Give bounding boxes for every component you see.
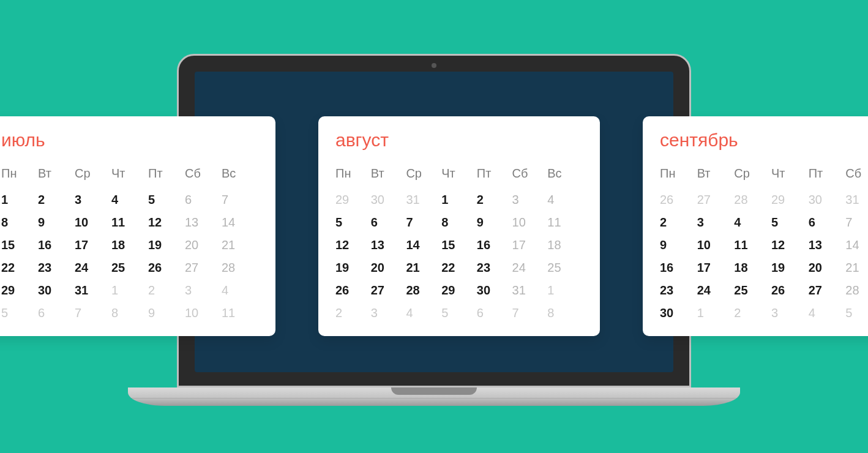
calendar-day[interactable]: 18 [111,236,148,255]
calendar-day[interactable]: 6 [38,304,75,323]
calendar-day[interactable]: 27 [697,190,735,209]
calendar-day[interactable]: 1 [441,190,477,209]
calendar-day[interactable]: 8 [111,304,148,323]
calendar-day[interactable]: 2 [477,190,512,209]
calendar-day[interactable]: 7 [406,213,441,232]
calendar-day[interactable]: 4 [734,213,771,232]
calendar-day[interactable]: 6 [371,213,406,232]
calendar-day[interactable]: 21 [845,258,868,277]
calendar-day[interactable]: 5 [335,213,371,232]
calendar-day[interactable]: 2 [38,190,75,209]
calendar-day[interactable]: 5 [441,304,477,323]
calendar-day[interactable]: 30 [477,281,512,300]
calendar-day[interactable]: 10 [185,304,222,323]
calendar-day[interactable]: 6 [185,190,222,209]
calendar-day[interactable]: 11 [222,304,258,323]
calendar-day[interactable]: 5 [148,190,185,209]
calendar-day[interactable]: 15 [1,236,38,255]
calendar-day[interactable]: 9 [660,236,697,255]
calendar-day[interactable]: 28 [406,281,441,300]
calendar-day[interactable]: 11 [547,213,583,232]
calendar-day[interactable]: 16 [38,236,75,255]
calendar-day[interactable]: 23 [660,281,697,300]
calendar-day[interactable]: 25 [547,258,583,277]
calendar-day[interactable]: 14 [222,213,258,232]
calendar-day[interactable]: 30 [371,190,406,209]
calendar-day[interactable]: 5 [845,304,868,323]
calendar-day[interactable]: 14 [406,236,441,255]
calendar-day[interactable]: 12 [771,236,809,255]
calendar-day[interactable]: 6 [477,304,512,323]
calendar-day[interactable]: 3 [771,304,809,323]
calendar-day[interactable]: 31 [512,281,548,300]
calendar-day[interactable]: 17 [512,236,548,255]
calendar-day[interactable]: 13 [185,213,222,232]
calendar-day[interactable]: 19 [148,236,185,255]
calendar-day[interactable]: 29 [441,281,477,300]
calendar-day[interactable]: 25 [111,258,148,277]
calendar-day[interactable]: 7 [222,190,258,209]
calendar-day[interactable]: 12 [335,236,371,255]
calendar-day[interactable]: 29 [1,281,38,300]
calendar-day[interactable]: 4 [547,190,583,209]
calendar-day[interactable]: 13 [809,236,846,255]
calendar-day[interactable]: 24 [697,281,735,300]
calendar-day[interactable]: 31 [406,190,441,209]
calendar-day[interactable]: 18 [547,236,583,255]
calendar-day[interactable]: 26 [148,258,185,277]
calendar-day[interactable]: 20 [185,236,222,255]
calendar-day[interactable]: 23 [38,258,75,277]
calendar-day[interactable]: 27 [371,281,406,300]
calendar-day[interactable]: 30 [809,190,846,209]
calendar-day[interactable]: 6 [809,213,846,232]
calendar-day[interactable]: 19 [335,258,371,277]
calendar-day[interactable]: 5 [1,304,38,323]
calendar-day[interactable]: 26 [771,281,809,300]
calendar-day[interactable]: 7 [845,213,868,232]
calendar-day[interactable]: 26 [660,190,697,209]
calendar-day[interactable]: 2 [660,213,697,232]
calendar-day[interactable]: 27 [185,258,222,277]
calendar-day[interactable]: 21 [406,258,441,277]
calendar-day[interactable]: 19 [771,258,809,277]
calendar-day[interactable]: 24 [75,258,111,277]
calendar-day[interactable]: 17 [75,236,111,255]
calendar-day[interactable]: 1 [1,190,38,209]
calendar-day[interactable]: 7 [75,304,111,323]
calendar-day[interactable]: 8 [441,213,477,232]
calendar-day[interactable]: 1 [547,281,583,300]
calendar-day[interactable]: 28 [734,190,771,209]
calendar-day[interactable]: 10 [697,236,735,255]
calendar-day[interactable]: 10 [512,213,548,232]
calendar-day[interactable]: 29 [335,190,371,209]
calendar-day[interactable]: 4 [111,190,148,209]
calendar-day[interactable]: 30 [660,304,697,323]
calendar-day[interactable]: 31 [75,281,111,300]
calendar-day[interactable]: 20 [371,258,406,277]
calendar-day[interactable]: 9 [38,213,75,232]
calendar-day[interactable]: 9 [477,213,512,232]
calendar-day[interactable]: 26 [335,281,371,300]
calendar-day[interactable]: 3 [512,190,548,209]
calendar-day[interactable]: 12 [148,213,185,232]
calendar-day[interactable]: 24 [512,258,548,277]
calendar-day[interactable]: 4 [406,304,441,323]
calendar-day[interactable]: 8 [1,213,38,232]
calendar-day[interactable]: 21 [222,236,258,255]
calendar-day[interactable]: 1 [697,304,735,323]
calendar-day[interactable]: 2 [148,281,185,300]
calendar-day[interactable]: 1 [111,281,148,300]
calendar-day[interactable]: 30 [38,281,75,300]
calendar-day[interactable]: 23 [477,258,512,277]
calendar-day[interactable]: 3 [75,190,111,209]
calendar-day[interactable]: 28 [222,258,258,277]
calendar-day[interactable]: 4 [809,304,846,323]
calendar-day[interactable]: 14 [845,236,868,255]
calendar-day[interactable]: 4 [222,281,258,300]
calendar-day[interactable]: 7 [512,304,548,323]
calendar-day[interactable]: 20 [809,258,846,277]
calendar-day[interactable]: 10 [75,213,111,232]
calendar-day[interactable]: 11 [734,236,771,255]
calendar-day[interactable]: 27 [809,281,846,300]
calendar-day[interactable]: 8 [547,304,583,323]
